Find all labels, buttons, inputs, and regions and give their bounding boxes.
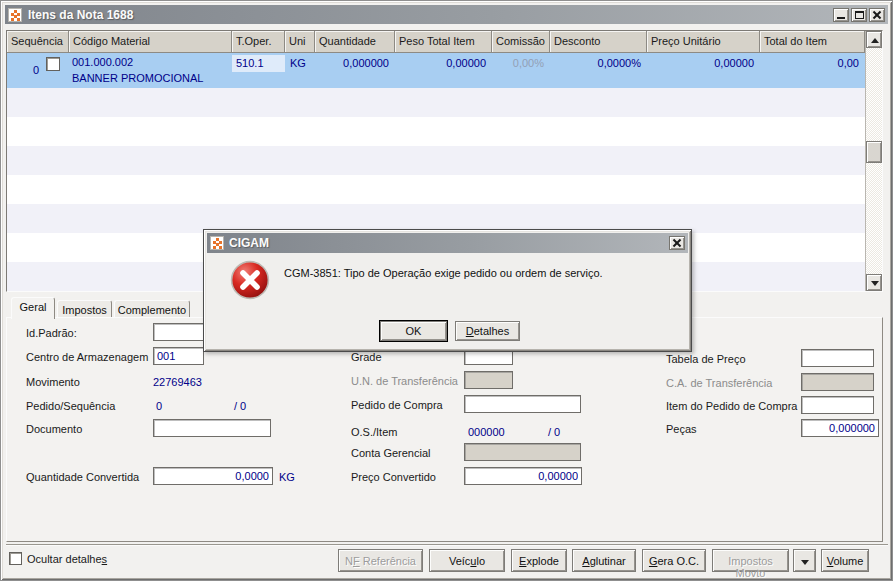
- aglutinar-button[interactable]: Aglutinar: [572, 549, 636, 572]
- row-uni: KG: [290, 57, 306, 69]
- scroll-down-button[interactable]: [866, 274, 882, 291]
- scrollbar-thumb[interactable]: [866, 141, 882, 163]
- tabela-preco-label: Tabela de Preço: [666, 353, 746, 365]
- pedido-compra-input[interactable]: [464, 395, 581, 413]
- veiculo-button[interactable]: Veículo: [429, 549, 505, 572]
- centro-armazenagem-input[interactable]: [153, 347, 204, 365]
- quantidade-convertida-unit: KG: [279, 471, 295, 483]
- volume-button[interactable]: Volume: [821, 549, 869, 572]
- os-item-label: O.S./Item: [351, 426, 397, 438]
- dialog-title: CIGAM: [229, 236, 269, 250]
- row-t-oper-cell[interactable]: 510.1: [232, 55, 285, 72]
- error-icon: [230, 260, 270, 300]
- item-pedido-compra-label: Item do Pedido de Compra: [666, 400, 797, 412]
- minimize-button[interactable]: [833, 8, 849, 22]
- nf-referencia-button: NF Referência: [338, 549, 423, 572]
- tab-complemento[interactable]: Complemento: [114, 300, 190, 318]
- close-button[interactable]: [869, 8, 885, 22]
- row-preco-unitario: 0,00000: [647, 57, 754, 69]
- tab-geral[interactable]: Geral: [11, 297, 55, 319]
- row-codigo-material: 001.000.002: [72, 56, 133, 68]
- arrow-down-icon: [871, 281, 879, 286]
- explode-button[interactable]: Explode: [511, 549, 567, 572]
- ca-transferencia-label: C.A. de Transferência: [666, 377, 772, 389]
- un-transferencia-input: [464, 371, 513, 389]
- tabela-preco-input[interactable]: [801, 349, 874, 367]
- window-title: Itens da Nota 1688: [28, 8, 133, 22]
- row-quantidade: 0,000000: [315, 57, 389, 69]
- centro-armazenagem-label: Centro de Armazenagem: [26, 351, 148, 363]
- movimento-label: Movimento: [26, 376, 80, 388]
- grid-row-selected[interactable]: 0 001.000.002 BANNER PROMOCIONAL 510.1 K…: [7, 53, 865, 88]
- detalhes-button[interactable]: Detalhes: [455, 321, 520, 341]
- row-total-do-item: 0,00: [760, 57, 859, 69]
- window-titlebar[interactable]: Itens da Nota 1688: [5, 5, 888, 24]
- grid-header: Sequência Código Material T.Oper. Uni Qu…: [7, 31, 865, 53]
- ocultar-detalhes-checkbox[interactable]: [9, 552, 22, 565]
- row-comissao: 0,00%: [492, 57, 544, 69]
- error-message: CGM-3851: Tipo de Operação exige pedido …: [284, 267, 677, 279]
- row-sequencia: 0: [33, 64, 39, 76]
- footer-separator: [6, 544, 888, 546]
- dialog-titlebar[interactable]: CIGAM: [207, 233, 688, 253]
- arrow-up-icon: [871, 38, 879, 43]
- os-item-value2: / 0: [548, 426, 560, 438]
- row-desconto: 0,0000%: [550, 57, 641, 69]
- documento-label: Documento: [26, 423, 82, 435]
- ca-transferencia-input: [801, 373, 874, 391]
- os-item-value: 000000: [468, 426, 505, 438]
- pecas-label: Peças: [666, 423, 697, 435]
- pedido-compra-label: Pedido de Compra: [351, 399, 443, 411]
- movimento-value: 22769463: [153, 376, 202, 388]
- row-peso-total-item: 0,00000: [395, 57, 486, 69]
- maximize-button[interactable]: [851, 8, 867, 22]
- minimize-icon: [837, 17, 845, 19]
- gera-oc-button[interactable]: Gera O.C.: [642, 549, 706, 572]
- column-header-uni[interactable]: Uni: [285, 31, 315, 53]
- dropdown-arrow-icon: [801, 560, 809, 565]
- column-header-comissao[interactable]: Comissão: [492, 31, 550, 53]
- impostos-movto-button: Impostos Movto: [712, 549, 789, 572]
- id-padrao-label: Id.Padrão:: [26, 327, 77, 339]
- pedido-sequencia-label: Pedido/Sequência: [26, 400, 115, 412]
- ocultar-detalhes-label[interactable]: Ocultar detalhes: [27, 553, 107, 565]
- cigam-app-icon: [8, 8, 22, 22]
- documento-input[interactable]: [153, 419, 271, 437]
- column-header-codigo-material[interactable]: Código Material: [69, 31, 232, 53]
- preco-convertido-label: Preço Convertido: [351, 471, 436, 483]
- ok-button[interactable]: OK: [380, 321, 447, 341]
- row-checkbox[interactable]: [46, 57, 60, 71]
- column-header-desconto[interactable]: Desconto: [550, 31, 647, 53]
- error-dialog: CIGAM CGM-3851: Tipo de Operação exige p…: [203, 229, 692, 352]
- column-header-preco-unitario[interactable]: Preço Unitário: [647, 31, 760, 53]
- column-header-t-oper[interactable]: T.Oper.: [232, 31, 285, 53]
- pedido-sequencia-value2: / 0: [234, 400, 246, 412]
- row-descricao: BANNER PROMOCIONAL: [72, 72, 203, 84]
- scroll-up-button[interactable]: [866, 31, 882, 48]
- pecas-input[interactable]: [801, 419, 879, 437]
- grid-vertical-scrollbar[interactable]: [865, 31, 882, 291]
- preco-convertido-input[interactable]: [464, 467, 582, 485]
- itens-da-nota-window: Itens da Nota 1688 Sequência Código Mate…: [0, 0, 893, 581]
- pedido-sequencia-value: 0: [156, 400, 162, 412]
- dialog-cigam-icon: [210, 236, 224, 250]
- conta-gerencial-label: Conta Gerencial: [351, 447, 431, 459]
- impostos-movto-dropdown-button[interactable]: [793, 549, 816, 572]
- column-header-peso-total-item[interactable]: Peso Total Item: [395, 31, 492, 53]
- item-pedido-compra-input[interactable]: [801, 396, 874, 414]
- maximize-icon: [855, 11, 864, 19]
- quantidade-convertida-label: Quantidade Convertida: [26, 471, 139, 483]
- column-header-sequencia[interactable]: Sequência: [7, 31, 69, 53]
- column-header-total-do-item[interactable]: Total do Item: [760, 31, 865, 53]
- column-header-quantidade[interactable]: Quantidade: [315, 31, 395, 53]
- dialog-close-button[interactable]: [669, 236, 685, 250]
- un-transferencia-label: U.N. de Transferência: [351, 375, 458, 387]
- tab-impostos[interactable]: Impostos: [57, 300, 112, 318]
- conta-gerencial-input: [464, 443, 581, 461]
- quantidade-convertida-input[interactable]: [153, 467, 273, 485]
- grade-label: Grade: [351, 351, 382, 363]
